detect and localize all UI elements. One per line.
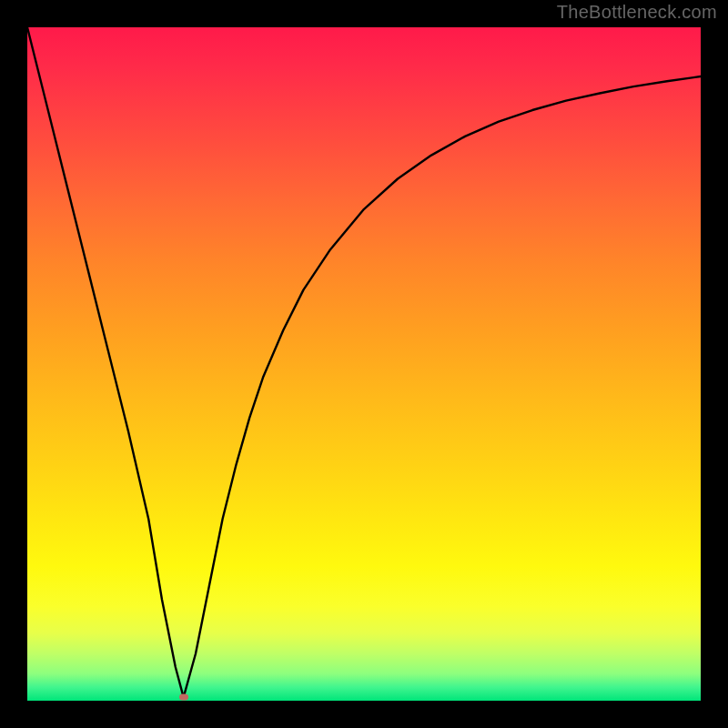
minimum-marker bbox=[179, 694, 188, 701]
bottleneck-curve bbox=[27, 27, 701, 697]
chart-frame: TheBottleneck.com bbox=[0, 0, 728, 728]
curve-svg bbox=[27, 27, 701, 701]
watermark-text: TheBottleneck.com bbox=[557, 2, 717, 23]
plot-area bbox=[27, 27, 701, 701]
